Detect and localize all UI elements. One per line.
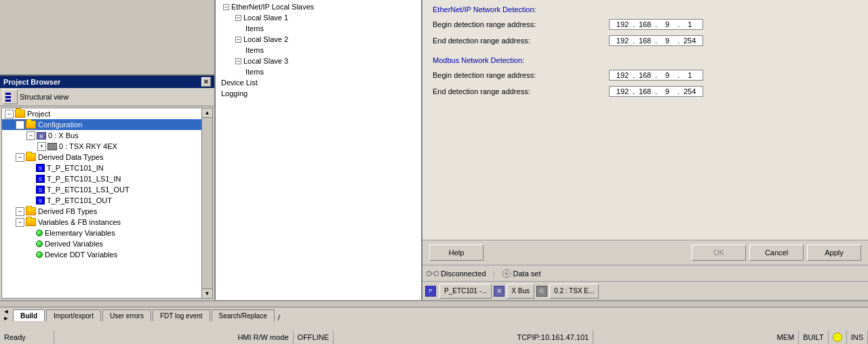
tree-row-device-ddt[interactable]: Device DDT Variables — [2, 249, 201, 260]
tree-row-derived-fb[interactable]: − Derived FB Types — [2, 206, 201, 217]
folder-icon-configuration — [26, 121, 36, 129]
tree-row-derived-vars[interactable]: Derived Variables — [2, 238, 201, 249]
cancel-button[interactable]: Cancel — [749, 244, 804, 261]
tree-row-t1[interactable]: S T_P_ETC101_IN — [2, 163, 201, 173]
eth-end-o2[interactable] — [635, 37, 655, 45]
mod-end-o4[interactable] — [679, 87, 700, 95]
project-tree-content[interactable]: − Project − Configuration − — [2, 108, 201, 298]
tree-label-t2: T_P_ETC101_LS1_IN — [47, 175, 121, 183]
scroll-down-btn[interactable]: ▼ — [202, 288, 212, 298]
ethernet-begin-label: Begin detection range address: — [433, 20, 609, 28]
taskbar-btn-tsx[interactable]: 0.2 : TSX E... — [549, 284, 599, 299]
tree-scrollbar[interactable]: ▲ ▼ — [201, 108, 212, 298]
tree-label-xbus: 0 : X Bus — [48, 131, 79, 139]
svg-rect-1 — [5, 96, 11, 98]
cpu-icon — [47, 143, 57, 150]
tab-search-replace[interactable]: Search/Replace — [212, 309, 275, 322]
tab-build[interactable]: Build — [13, 309, 45, 322]
tab-import-export[interactable]: Import/export — [46, 309, 101, 322]
tree-row-vars[interactable]: − Variables & FB instances — [2, 217, 201, 228]
mid-row-ethernet-slaves[interactable]: − EtherNet/IP Local Slaves — [218, 1, 418, 12]
mid-row-local-slave2[interactable]: − Local Slave 2 — [218, 34, 418, 45]
structural-view-label: Structural view — [20, 93, 68, 101]
mod-begin-o1[interactable] — [612, 71, 633, 79]
svg-rect-3 — [427, 272, 431, 276]
mid-row-local-slave3[interactable]: − Local Slave 3 — [218, 56, 418, 66]
status-offline: OFFLINE — [294, 330, 334, 344]
close-button[interactable]: ✕ — [201, 77, 211, 87]
status-tcp: TCPIP:10.161.47.101 — [513, 330, 593, 344]
scroll-track — [202, 118, 212, 288]
minus-slave1[interactable]: − — [235, 15, 241, 21]
eth-begin-o3[interactable] — [657, 20, 677, 28]
tree-row-t4[interactable]: S T_P_ETC101_OUT — [2, 195, 201, 206]
mod-begin-o2[interactable] — [635, 71, 655, 79]
expander-tsx[interactable]: + — [37, 142, 46, 151]
status-spacer3 — [593, 330, 772, 344]
lightbulb-icon — [833, 332, 842, 342]
expander-derived-data[interactable]: − — [16, 153, 24, 162]
help-button[interactable]: Help — [429, 244, 484, 261]
minus-slave2[interactable]: − — [235, 37, 241, 43]
mid-tree-content: − EtherNet/IP Local Slaves − Local Slave… — [216, 0, 421, 100]
tree-row-project[interactable]: − Project — [2, 108, 201, 119]
mid-label-items2: Items — [245, 46, 264, 54]
mod-end-o3[interactable] — [657, 87, 677, 95]
mid-row-items3[interactable]: Items — [218, 66, 418, 77]
tab-fdt-label: FDT log event — [160, 312, 203, 320]
tree-row-tsx[interactable]: + 0 : TSX RKY 4EX — [2, 141, 201, 152]
eth-end-o1[interactable] — [612, 37, 633, 45]
minus-ethernet-slaves[interactable]: − — [223, 4, 229, 10]
eth-begin-o2[interactable] — [635, 20, 655, 28]
tree-row-xbus[interactable]: − B 0 : X Bus — [2, 130, 201, 141]
tab-end-marker: / — [278, 314, 280, 322]
taskbar-btn-petc101[interactable]: P_ETC101 -... — [439, 284, 492, 299]
preview-area — [0, 0, 214, 76]
mid-row-items2[interactable]: Items — [218, 45, 418, 56]
tab-user-errors[interactable]: User errors — [102, 309, 151, 322]
mid-label-logging: Logging — [221, 89, 248, 98]
status-spacer — [54, 330, 233, 344]
taskbar-btn-xbus[interactable]: X Bus — [507, 284, 534, 299]
apply-button[interactable]: Apply — [807, 244, 861, 261]
mod-begin-o4[interactable] — [679, 71, 700, 79]
expander-project[interactable]: − — [5, 110, 14, 119]
disconnected-icon — [427, 269, 439, 278]
tree-row-elem-vars[interactable]: Elementary Variables — [2, 228, 201, 238]
expander-vars[interactable]: − — [16, 218, 24, 227]
tab-prev-icon[interactable]: ◄ — [3, 308, 9, 315]
tcp-label: TCPIP:10.161.47.101 — [517, 333, 589, 341]
offline-label: OFFLINE — [298, 333, 329, 341]
expander-xbus[interactable]: − — [26, 131, 35, 140]
tree-row-configuration[interactable]: − Configuration — [2, 119, 201, 130]
status-mem: MEM — [773, 330, 800, 344]
mid-label-ethernet-slaves: EtherNet/IP Local Slaves — [231, 3, 314, 11]
scroll-up-btn[interactable]: ▲ — [202, 108, 212, 118]
project-browser-header: Project Browser ✕ — [0, 76, 214, 88]
ok-button[interactable]: OK — [692, 244, 746, 261]
eth-begin-o1[interactable] — [612, 20, 633, 28]
mid-row-local-slave1[interactable]: − Local Slave 1 — [218, 12, 418, 23]
mid-row-items1[interactable]: Items — [218, 23, 418, 34]
tree-row-derived-data[interactable]: − Derived Data Types — [2, 152, 201, 163]
tab-fdt-log[interactable]: FDT log event — [153, 309, 210, 322]
eth-end-o4[interactable] — [679, 37, 700, 45]
eth-begin-o4[interactable] — [679, 20, 700, 28]
mod-begin-o3[interactable] — [657, 71, 677, 79]
expander-derived-fb[interactable]: − — [16, 207, 24, 216]
tree-row-t2[interactable]: S T_P_ETC101_LS1_IN — [2, 173, 201, 184]
tree-label-tsx: 0 : TSX RKY 4EX — [59, 142, 117, 150]
taskbar-label-xbus: X Bus — [511, 287, 530, 295]
tab-next-icon[interactable]: ► — [3, 315, 9, 322]
mod-end-o2[interactable] — [635, 87, 655, 95]
expander-configuration[interactable]: − — [16, 121, 24, 129]
mid-row-device-list[interactable]: Device List — [218, 77, 418, 88]
minus-slave3[interactable]: − — [235, 58, 241, 64]
eth-end-o3[interactable] — [657, 37, 677, 45]
modbus-end-ip: . . . — [609, 86, 703, 97]
tree-row-t3[interactable]: S T_P_ETC101_LS1_OUT — [2, 184, 201, 195]
project-browser-toolbar: Structural view — [0, 88, 214, 106]
mid-row-logging[interactable]: Logging — [218, 88, 418, 99]
mod-end-o1[interactable] — [612, 87, 633, 95]
tree-icon-button[interactable] — [3, 89, 18, 104]
